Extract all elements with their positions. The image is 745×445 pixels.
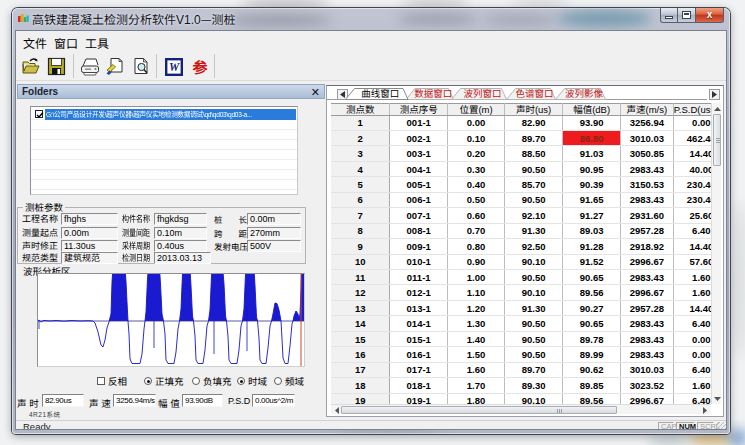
scroll-down-icon[interactable] — [712, 395, 722, 403]
menu-tools[interactable]: 工具 — [85, 34, 109, 51]
sample-period-field[interactable]: 0.40us — [154, 240, 207, 252]
pile-length-field[interactable]: 0.00m — [247, 213, 301, 225]
negative-fill-radio[interactable]: 负填充 — [192, 376, 232, 386]
tab-2[interactable]: 数据窗口 — [406, 86, 454, 100]
component-name-field[interactable]: fhgkdsg — [154, 213, 207, 225]
resize-grip[interactable] — [716, 422, 727, 430]
table-row[interactable]: 18018-11.7089.3089.853023.521.60 — [331, 378, 711, 393]
svg-text:数据窗口: 数据窗口 — [414, 86, 452, 100]
table-cell: 90.50 — [504, 161, 562, 176]
scroll-left-icon[interactable] — [333, 405, 341, 415]
table-row[interactable]: 17017-11.6089.7090.623010.036.40 — [331, 362, 711, 377]
tab-scroll-right-button[interactable] — [709, 89, 720, 100]
measure-start-field[interactable]: 0.00m — [61, 227, 118, 239]
save-button[interactable] — [44, 55, 68, 78]
test-date-field[interactable]: 2013.03.13 — [154, 252, 211, 264]
amplitude-field[interactable]: 93.90dB — [182, 394, 223, 407]
list-item[interactable]: G:\公司产品设计开发\超声仪器\超声仪实地检测数据调试\qd\qd03\qd0… — [31, 109, 297, 120]
table-row[interactable]: 12012-11.1090.1089.562996.671.60 — [331, 285, 711, 300]
open-button[interactable] — [19, 55, 43, 78]
table-cell: 14 — [331, 316, 390, 331]
table-cell: 57.60 — [673, 254, 711, 269]
column-header[interactable]: P.S.D(us^2/m) — [673, 103, 711, 115]
table-row[interactable]: 1001-10.0082.9093.903256.940.00 — [331, 115, 711, 130]
maximize-button[interactable] — [678, 8, 696, 23]
toolbar: W 参 — [16, 50, 726, 81]
sound-speed-field[interactable]: 3256.94m/s — [113, 394, 156, 407]
table-row[interactable]: 13013-11.2091.3090.272957.2814.40 — [331, 300, 711, 315]
sound-time-label: 声 时 — [17, 396, 39, 410]
tab-1[interactable]: 曲线窗口 — [346, 86, 409, 100]
table-cell: 17 — [331, 362, 390, 377]
hscroll-thumb[interactable] — [341, 406, 617, 414]
column-header[interactable]: 声时(us) — [504, 103, 562, 115]
time-domain-radio[interactable]: 时域 — [237, 376, 267, 386]
table-cell: 90.65 — [563, 316, 621, 331]
table-cell: 25.60 — [673, 208, 711, 223]
table-cell: 91.65 — [563, 192, 621, 207]
table-row[interactable]: 5005-10.4085.7090.393150.53230.40 — [331, 177, 711, 192]
tab-5[interactable]: 波列影像 — [556, 86, 606, 100]
standard-type-field[interactable]: 建筑规范 — [61, 252, 118, 264]
waveform-chart[interactable] — [37, 273, 305, 367]
table-row[interactable]: 7007-10.6092.1091.272931.6025.60 — [331, 208, 711, 223]
menu-window[interactable]: 窗口 — [54, 34, 78, 51]
folders-panel-title: Folders — [18, 86, 58, 97]
scroll-right-icon[interactable] — [701, 405, 709, 415]
table-cell: 018-1 — [390, 378, 448, 393]
column-header[interactable]: 测点数 — [331, 103, 390, 115]
folders-close-icon[interactable]: ✕ — [311, 86, 320, 99]
table-row[interactable]: 9009-10.8092.5091.282918.9214.40 — [331, 239, 711, 254]
table-row[interactable]: 19019-11.8090.1089.562996.676.40 — [331, 393, 711, 404]
table-row[interactable]: 11011-11.0090.5090.652983.431.60 — [331, 270, 711, 285]
vertical-scrollbar[interactable] — [711, 103, 721, 405]
client-area: 文件 窗口 工具 — [15, 30, 727, 430]
sound-time-field[interactable]: 82.90us — [42, 394, 84, 407]
table-cell: 93.90 — [563, 115, 621, 130]
folders-list[interactable]: G:\公司产品设计开发\超声仪器\超声仪实地检测数据调试\qd\qd03\qd0… — [30, 106, 298, 195]
table-row[interactable]: 4004-10.3090.5090.952983.4340.00 — [331, 161, 711, 176]
voltage-field[interactable]: 500V — [247, 240, 301, 252]
invert-checkbox[interactable]: 反相 — [97, 376, 127, 386]
print-preview-button[interactable] — [129, 55, 153, 78]
word-export-button[interactable]: W — [162, 55, 186, 78]
scroll-up-icon[interactable] — [712, 105, 722, 113]
measure-interval-field[interactable]: 0.10m — [154, 227, 207, 239]
table-row[interactable]: 3003-10.2088.5091.033050.8514.40 — [331, 146, 711, 161]
table-row[interactable]: 16016-11.5090.5089.992983.430.00 — [331, 347, 711, 362]
column-header[interactable]: 位置(m) — [448, 103, 505, 115]
time-correction-field[interactable]: 11.30us — [61, 240, 118, 252]
title-bar[interactable]: 高铁建混凝土检测分析软件V1.0—测桩 — [12, 8, 730, 30]
project-name-field[interactable]: fhghs — [61, 213, 118, 225]
minimize-button[interactable] — [660, 8, 678, 23]
footnote-text: 4R21系统 — [29, 409, 61, 419]
table-row[interactable]: 10010-10.9090.1091.522996.6757.60 — [331, 254, 711, 269]
column-header[interactable]: 幅值(dB) — [563, 103, 621, 115]
print-button[interactable] — [78, 55, 102, 78]
table-row[interactable]: 2002-10.1089.7086.803010.03462.40 — [331, 130, 711, 145]
span-distance-field[interactable]: 270mm — [247, 227, 301, 239]
table-row[interactable]: 14014-11.3090.5090.652983.436.40 — [331, 316, 711, 331]
print-setup-button[interactable] — [103, 55, 127, 78]
psd-field[interactable]: 0.00us^2/m — [252, 394, 295, 407]
table-row[interactable]: 8008-10.7091.3089.032957.286.40 — [331, 223, 711, 238]
menu-file[interactable]: 文件 — [23, 34, 47, 51]
column-header[interactable]: 测点序号 — [390, 103, 448, 115]
close-button[interactable]: x — [696, 8, 724, 23]
parameters-button[interactable]: 参 — [188, 55, 212, 78]
horizontal-scrollbar[interactable] — [331, 404, 711, 414]
vscroll-thumb[interactable] — [713, 114, 721, 166]
data-grid[interactable]: 测点数测点序号位置(m)声时(us)幅值(dB)声速(m/s)P.S.D(us^… — [331, 103, 711, 405]
tab-4[interactable]: 色谱窗口 — [507, 86, 556, 100]
svg-text:波列窗口: 波列窗口 — [463, 86, 501, 100]
table-row[interactable]: 15015-11.4090.5089.782983.430.00 — [331, 331, 711, 346]
tab-3[interactable]: 波列窗口 — [452, 86, 507, 100]
table-row[interactable]: 6006-10.5090.5091.652983.43230.40 — [331, 192, 711, 207]
folders-panel-header: Folders ✕ — [17, 84, 325, 100]
list-item-checkbox[interactable] — [35, 110, 43, 118]
table-cell: 3150.53 — [621, 177, 674, 192]
positive-fill-radio[interactable]: 正填充 — [144, 376, 184, 386]
freq-domain-radio[interactable]: 频域 — [274, 376, 304, 386]
column-header[interactable]: 声速(m/s) — [621, 103, 674, 115]
table-cell: 91.52 — [563, 254, 621, 269]
